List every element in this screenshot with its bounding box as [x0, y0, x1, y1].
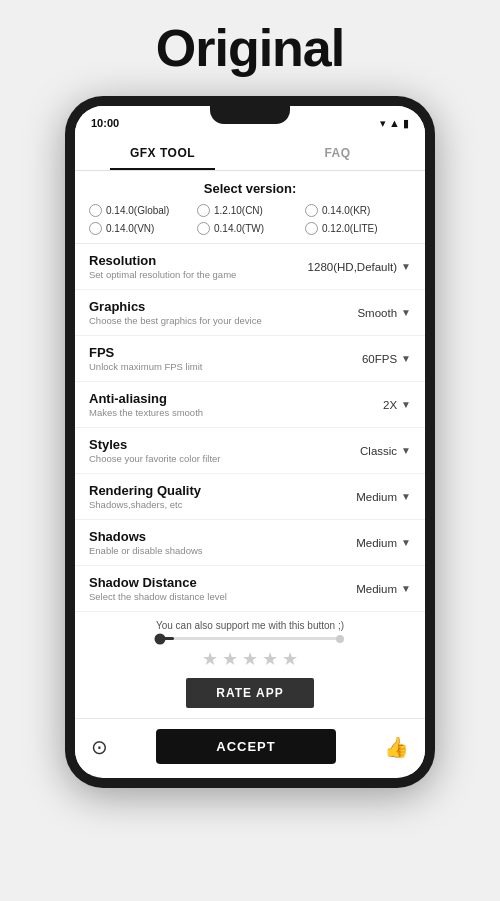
setting-label-graphics: Graphics	[89, 299, 311, 314]
version-option-4[interactable]: 0.14.0(TW)	[197, 222, 303, 235]
signal-icon: ▲	[389, 117, 400, 129]
setting-desc-fps: Unlock maximum FPS limit	[89, 361, 311, 372]
thumbs-up-icon[interactable]: 👍	[384, 735, 409, 759]
battery-icon: ▮	[403, 117, 409, 130]
radio-vn[interactable]	[89, 222, 102, 235]
star-1[interactable]: ★	[202, 648, 218, 670]
setting-label-shadow-distance: Shadow Distance	[89, 575, 311, 590]
content-area: Select version: 0.14.0(Global) 1.2.10(CN…	[75, 171, 425, 778]
setting-right-fps[interactable]: 60FPS ▼	[311, 353, 411, 365]
setting-label-rendering: Rendering Quality	[89, 483, 311, 498]
setting-value-resolution: 1280(HD,Default)	[308, 261, 397, 273]
setting-label-styles: Styles	[89, 437, 311, 452]
stars-rating[interactable]: ★ ★ ★ ★ ★	[89, 648, 411, 670]
version-option-5[interactable]: 0.12.0(LITE)	[305, 222, 411, 235]
slider-container[interactable]	[89, 637, 411, 640]
setting-desc-antialiasing: Makes the textures smooth	[89, 407, 311, 418]
radio-cn[interactable]	[197, 204, 210, 217]
dropdown-arrow-graphics: ▼	[401, 307, 411, 318]
dropdown-arrow-shadows: ▼	[401, 537, 411, 548]
setting-right-rendering[interactable]: Medium ▼	[311, 491, 411, 503]
setting-left-styles: Styles Choose your favorite color filter	[89, 437, 311, 464]
tab-faq[interactable]: FAQ	[250, 136, 425, 170]
setting-value-shadow-distance: Medium	[356, 583, 397, 595]
setting-label-fps: FPS	[89, 345, 311, 360]
tab-gfx-tool[interactable]: GFX TOOL	[75, 136, 250, 170]
setting-row-rendering[interactable]: Rendering Quality Shadows,shaders, etc M…	[75, 474, 425, 520]
bottom-bar: ⊙ ACCEPT 👍	[75, 718, 425, 774]
setting-right-graphics[interactable]: Smooth ▼	[311, 307, 411, 319]
setting-left-graphics: Graphics Choose the best graphics for yo…	[89, 299, 311, 326]
setting-row-shadow-distance[interactable]: Shadow Distance Select the shadow distan…	[75, 566, 425, 612]
setting-left-shadows: Shadows Enable or disable shadows	[89, 529, 311, 556]
radio-global[interactable]	[89, 204, 102, 217]
accept-button[interactable]: ACCEPT	[156, 729, 335, 764]
setting-row-resolution[interactable]: Resolution Set optimal resolution for th…	[75, 244, 425, 290]
setting-desc-styles: Choose your favorite color filter	[89, 453, 311, 464]
setting-left-antialiasing: Anti-aliasing Makes the textures smooth	[89, 391, 311, 418]
instagram-icon[interactable]: ⊙	[91, 735, 108, 759]
version-option-0[interactable]: 0.14.0(Global)	[89, 204, 195, 217]
setting-label-shadows: Shadows	[89, 529, 311, 544]
setting-right-shadows[interactable]: Medium ▼	[311, 537, 411, 549]
slider-thumb[interactable]	[155, 633, 166, 644]
star-2[interactable]: ★	[222, 648, 238, 670]
setting-right-styles[interactable]: Classic ▼	[311, 445, 411, 457]
star-4[interactable]: ★	[262, 648, 278, 670]
version-option-2[interactable]: 0.14.0(KR)	[305, 204, 411, 217]
version-option-1[interactable]: 1.2.10(CN)	[197, 204, 303, 217]
setting-row-styles[interactable]: Styles Choose your favorite color filter…	[75, 428, 425, 474]
slider-end	[336, 635, 344, 643]
version-option-3[interactable]: 0.14.0(VN)	[89, 222, 195, 235]
status-icons: ▾ ▲ ▮	[380, 117, 409, 130]
setting-desc-rendering: Shadows,shaders, etc	[89, 499, 311, 510]
dropdown-arrow-antialiasing: ▼	[401, 399, 411, 410]
version-label-0: 0.14.0(Global)	[106, 205, 169, 216]
setting-value-shadows: Medium	[356, 537, 397, 549]
dropdown-arrow-rendering: ▼	[401, 491, 411, 502]
setting-desc-shadow-distance: Select the shadow distance level	[89, 591, 311, 602]
setting-row-antialiasing[interactable]: Anti-aliasing Makes the textures smooth …	[75, 382, 425, 428]
star-3[interactable]: ★	[242, 648, 258, 670]
version-label-3: 0.14.0(VN)	[106, 223, 154, 234]
radio-kr[interactable]	[305, 204, 318, 217]
version-title: Select version:	[89, 181, 411, 196]
setting-value-fps: 60FPS	[362, 353, 397, 365]
star-5[interactable]: ★	[282, 648, 298, 670]
phone-screen: 10:00 ▾ ▲ ▮ GFX TOOL FAQ Select version:	[75, 106, 425, 778]
dropdown-arrow-resolution: ▼	[401, 261, 411, 272]
setting-row-shadows[interactable]: Shadows Enable or disable shadows Medium…	[75, 520, 425, 566]
setting-right-antialiasing[interactable]: 2X ▼	[311, 399, 411, 411]
setting-desc-resolution: Set optimal resolution for the game	[89, 269, 308, 280]
setting-row-fps[interactable]: FPS Unlock maximum FPS limit 60FPS ▼	[75, 336, 425, 382]
setting-right-resolution[interactable]: 1280(HD,Default) ▼	[308, 261, 411, 273]
setting-left-resolution: Resolution Set optimal resolution for th…	[89, 253, 308, 280]
page-title: Original	[156, 18, 344, 78]
version-label-1: 1.2.10(CN)	[214, 205, 263, 216]
radio-tw[interactable]	[197, 222, 210, 235]
setting-label-resolution: Resolution	[89, 253, 308, 268]
version-section: Select version: 0.14.0(Global) 1.2.10(CN…	[75, 171, 425, 244]
setting-value-antialiasing: 2X	[383, 399, 397, 411]
radio-lite[interactable]	[305, 222, 318, 235]
version-label-4: 0.14.0(TW)	[214, 223, 264, 234]
version-label-5: 0.12.0(LITE)	[322, 223, 378, 234]
setting-value-rendering: Medium	[356, 491, 397, 503]
rate-app-button[interactable]: RATE APP	[186, 678, 313, 708]
dropdown-arrow-styles: ▼	[401, 445, 411, 456]
support-text: You can also support me with this button…	[89, 620, 411, 631]
setting-left-fps: FPS Unlock maximum FPS limit	[89, 345, 311, 372]
setting-left-shadow-distance: Shadow Distance Select the shadow distan…	[89, 575, 311, 602]
page-wrapper: Original 10:00 ▾ ▲ ▮ GFX TOOL FAQ	[0, 0, 500, 901]
setting-label-antialiasing: Anti-aliasing	[89, 391, 311, 406]
setting-row-graphics[interactable]: Graphics Choose the best graphics for yo…	[75, 290, 425, 336]
setting-value-styles: Classic	[360, 445, 397, 457]
dropdown-arrow-fps: ▼	[401, 353, 411, 364]
dropdown-arrow-shadow-distance: ▼	[401, 583, 411, 594]
setting-desc-shadows: Enable or disable shadows	[89, 545, 311, 556]
setting-left-rendering: Rendering Quality Shadows,shaders, etc	[89, 483, 311, 510]
slider-track[interactable]	[160, 637, 340, 640]
tab-bar: GFX TOOL FAQ	[75, 136, 425, 171]
setting-desc-graphics: Choose the best graphics for your device	[89, 315, 311, 326]
setting-right-shadow-distance[interactable]: Medium ▼	[311, 583, 411, 595]
